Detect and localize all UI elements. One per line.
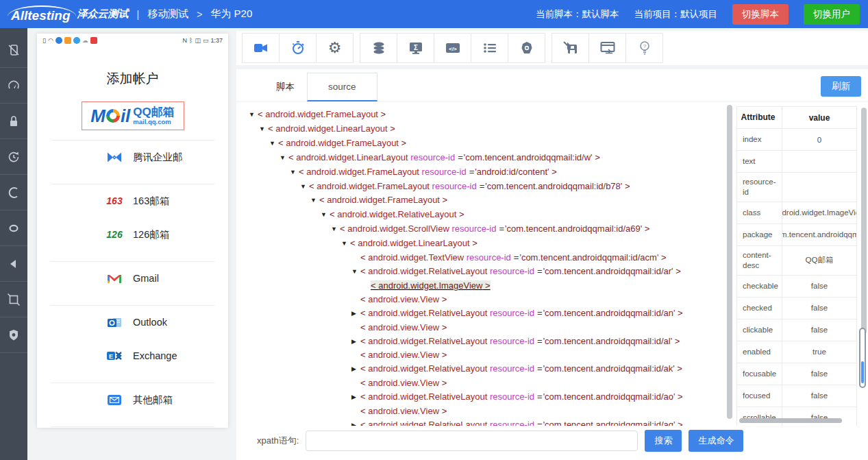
account-item-gmail[interactable]: Gmail — [37, 262, 228, 295]
expand-arrow-icon[interactable]: ▼ — [341, 237, 350, 251]
expand-arrow-icon[interactable]: ▼ — [280, 152, 288, 165]
collapse-arrow-icon[interactable]: ▶ — [351, 307, 360, 321]
tree-node[interactable]: ▼< android.widget.RelativeLayout resourc… — [243, 265, 727, 279]
speedometer-icon[interactable] — [0, 68, 27, 104]
expand-arrow-icon[interactable]: ▼ — [331, 223, 340, 237]
phone-screen[interactable]: ▯ ◠ ☁ N ᛒ ◫ ▭ 1:37 添加帐户 — [37, 34, 228, 428]
sim-icon: ▯ — [42, 37, 46, 44]
tree-node[interactable]: < android.view.View > — [243, 348, 727, 362]
switch-user-button[interactable]: 切换用户 — [804, 4, 860, 25]
tree-node[interactable]: ▼< android.widget.FrameLayout > — [243, 193, 727, 208]
phone-status-bar: ▯ ◠ ☁ N ᛒ ◫ ▭ 1:37 — [37, 34, 228, 44]
save-import-icon[interactable] — [551, 33, 589, 63]
crop-icon[interactable] — [0, 282, 27, 317]
battery-icon: ▭ — [203, 37, 209, 44]
tree-node[interactable]: < android.view.View > — [243, 321, 727, 335]
collapse-arrow-icon[interactable]: ▶ — [351, 419, 360, 426]
source-panel: 脚本 source 刷新 ▼< android.widget.FrameLayo… — [236, 69, 868, 460]
tree-node[interactable]: ▼< android.widget.FrameLayout resource-i… — [243, 165, 727, 180]
attribute-scrollbar-horizontal[interactable] — [739, 418, 842, 423]
tree-node[interactable]: ▶< android.widget.RelativeLayout resourc… — [243, 306, 727, 321]
lock-icon[interactable] — [0, 104, 27, 139]
switch-script-button[interactable]: 切换脚本 — [732, 4, 789, 25]
tree-node[interactable]: ▼< android.widget.FrameLayout resource-i… — [243, 180, 727, 194]
list-icon[interactable] — [471, 33, 508, 63]
expand-arrow-icon[interactable]: ▼ — [300, 180, 309, 194]
attribute-value: false — [782, 298, 856, 319]
xpath-search-button[interactable]: 搜索 — [645, 430, 682, 452]
tree-node[interactable]: < android.view.View > — [243, 404, 727, 418]
account-item-tencent-exmail[interactable]: 腾讯企业邮 — [37, 141, 228, 174]
tree-node[interactable]: < android.widget.TextView resource-id='c… — [243, 251, 727, 265]
expand-arrow-icon[interactable]: ▼ — [310, 194, 319, 208]
refresh-time-icon[interactable] — [0, 139, 27, 175]
window-transfer-icon[interactable] — [588, 33, 626, 63]
qqmail-logo-selected[interactable]: M il QQ邮箱 mail.qq.com — [82, 101, 184, 130]
wifi-icon: ◠ — [48, 37, 53, 44]
tab-source[interactable]: source — [307, 73, 377, 101]
breadcrumb-device[interactable]: 华为 P20 — [210, 8, 252, 21]
svg-text:?: ? — [643, 43, 646, 49]
generate-command-button[interactable]: 生成命令 — [689, 430, 743, 452]
tree-node[interactable]: < android.widget.ImageView > — [243, 279, 727, 293]
attribute-name: focusable — [737, 363, 782, 385]
account-item-outlook[interactable]: Outlook — [37, 306, 228, 339]
device-disconnect-icon[interactable] — [0, 32, 27, 68]
attribute-row: focusablefalse — [737, 363, 856, 385]
attribute-row: resource-id — [737, 173, 856, 202]
tree-node[interactable]: ▼< android.widget.LinearLayout > — [243, 122, 727, 136]
account-item-126[interactable]: 126 126邮箱 — [37, 218, 228, 252]
tree-node[interactable]: ▼< android.widget.RelativeLayout > — [243, 208, 727, 222]
attribute-scrollbar-vertical[interactable] — [861, 108, 867, 334]
window-scrollbar[interactable] — [859, 328, 866, 388]
tree-node[interactable]: < android.view.View > — [243, 376, 727, 390]
tree-node[interactable]: ▼< android.widget.ScrollView resource-id… — [243, 222, 727, 237]
expand-arrow-icon[interactable]: ▼ — [249, 108, 258, 122]
tree-node[interactable]: < android.view.View > — [243, 293, 727, 306]
rotate-icon[interactable] — [0, 175, 27, 210]
expand-arrow-icon[interactable]: ▼ — [351, 265, 360, 279]
database-icon[interactable] — [360, 33, 397, 63]
qqmail-cn-label: QQ邮箱 — [133, 106, 174, 119]
tree-node[interactable]: ▶< android.widget.RelativeLayout resourc… — [243, 418, 727, 426]
attribute-panel: Attribute value index0textresource-idcla… — [734, 102, 868, 426]
bulb-icon[interactable]: ? — [625, 33, 663, 63]
tree-node[interactable]: ▼< android.widget.FrameLayout > — [243, 108, 727, 122]
attribute-row: packagecom.tencent.androidqqmail — [737, 224, 856, 246]
shield-icon[interactable] — [0, 317, 27, 353]
tree-node[interactable]: ▶< android.widget.RelativeLayout resourc… — [243, 362, 727, 376]
tree-node[interactable]: ▼< android.widget.LinearLayout resource-… — [243, 151, 727, 165]
xpath-input[interactable] — [306, 431, 638, 451]
badge-icon[interactable] — [508, 33, 545, 63]
attribute-table-header: Attribute value — [737, 107, 856, 129]
expand-arrow-icon[interactable]: ▼ — [269, 137, 278, 151]
timer-icon[interactable] — [279, 33, 317, 63]
account-item-other-mail[interactable]: 其他邮箱 — [37, 383, 228, 417]
back-triangle-icon[interactable] — [0, 246, 27, 282]
refresh-button[interactable]: 刷新 — [821, 76, 861, 97]
gear-icon[interactable]: ⚙ — [316, 33, 354, 63]
tree-node[interactable]: ▼< android.widget.FrameLayout > — [243, 136, 727, 151]
tree-node[interactable]: ▶< android.widget.RelativeLayout resourc… — [243, 335, 727, 349]
collapse-arrow-icon[interactable]: ▶ — [351, 391, 360, 404]
attribute-value: false — [782, 363, 856, 385]
attribute-name: enabled — [737, 341, 782, 363]
tab-script[interactable]: 脚本 — [264, 73, 307, 101]
ellipse-icon[interactable] — [0, 210, 27, 246]
video-record-icon[interactable] — [242, 33, 280, 63]
expand-arrow-icon[interactable]: ▼ — [321, 208, 330, 222]
attribute-value: true — [782, 341, 856, 363]
collapse-arrow-icon[interactable]: ▶ — [351, 363, 360, 376]
account-item-exchange[interactable]: E Exchange — [37, 339, 228, 373]
tree-node[interactable]: ▼< android.widget.LinearLayout > — [243, 237, 727, 251]
breadcrumb-section[interactable]: 移动测试 — [147, 8, 188, 21]
expand-arrow-icon[interactable]: ▼ — [290, 166, 299, 180]
code-icon[interactable]: </> — [434, 33, 471, 63]
tree-scrollbar[interactable] — [727, 105, 732, 419]
tree-node[interactable]: ▶< android.widget.RelativeLayout resourc… — [243, 390, 727, 404]
attribute-name: text — [737, 151, 782, 172]
collapse-arrow-icon[interactable]: ▶ — [351, 335, 360, 349]
expand-arrow-icon[interactable]: ▼ — [259, 123, 268, 136]
sigma-monitor-icon[interactable]: Σ — [397, 33, 434, 63]
account-item-163[interactable]: 163 163邮箱 — [37, 184, 228, 218]
